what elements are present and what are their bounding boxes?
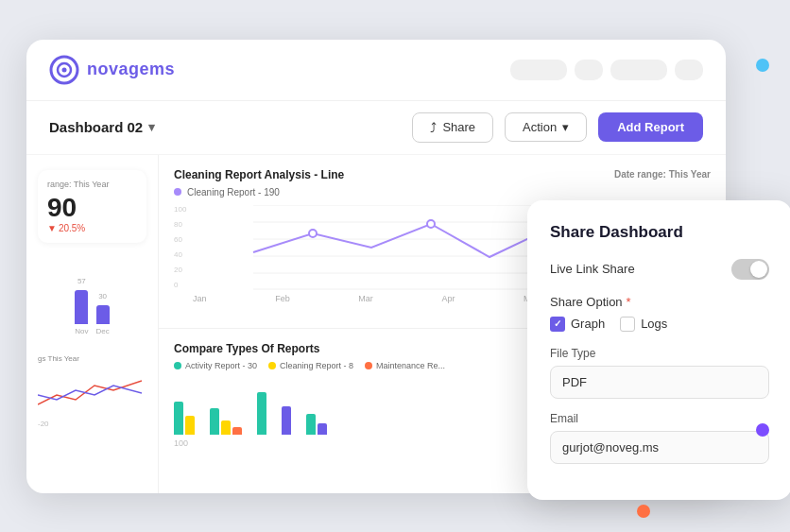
bar-nov (75, 290, 88, 324)
stat-change-value: 20.5% (59, 223, 85, 233)
add-report-button[interactable]: Add Report (598, 112, 703, 142)
live-link-label: Live Link Share (550, 262, 635, 276)
stat-number: 90 (47, 193, 137, 223)
bar-value-dec: 30 (98, 292, 107, 300)
logs-checkbox-item[interactable]: Logs (620, 317, 667, 332)
bar-group-dec: 30 Dec (96, 292, 110, 335)
bar-group-5 (306, 414, 327, 435)
share-option-label: Share Option (550, 295, 623, 309)
mini-chart-value: -20 (38, 420, 146, 428)
legend-dot-maintenance (365, 362, 372, 369)
line-chart-title: Cleaning Report Analysis - Line (174, 168, 344, 181)
bar-group-nov: 57 Nov (75, 277, 88, 335)
required-star: * (627, 295, 631, 309)
file-type-label: File Type (550, 347, 769, 360)
header-pill-3 (610, 60, 667, 80)
add-report-label: Add Report (617, 120, 684, 134)
toolbar: Dashboard 02 ▾ ⤴ Share Action ▾ Add Repo… (26, 101, 726, 155)
logo-icon (49, 55, 79, 85)
stat-card: range: This Year 90 ▼ 20.5% (38, 170, 146, 243)
live-link-toggle[interactable] (731, 259, 769, 280)
bar-value-nov: 57 (77, 277, 86, 285)
date-range: Date range: This Year (614, 169, 711, 180)
line-chart-legend: Cleaning Report - 190 (174, 187, 711, 197)
bar-label-nov: Nov (75, 327, 88, 335)
legend-dot-activity (174, 362, 181, 369)
legend-dot-cleaning (268, 362, 276, 369)
toggle-knob (750, 261, 767, 278)
line-legend-dot (174, 188, 181, 196)
legend-maintenance: Maintenance Re... (365, 361, 445, 370)
bar-label-dec: Dec (96, 327, 110, 335)
stat-change: ▼ 20.5% (47, 223, 137, 233)
logs-label: Logs (641, 317, 667, 331)
email-section: Email (550, 412, 769, 477)
dot-blue-decoration (756, 59, 769, 72)
dashboard-title-area: Dashboard 02 ▾ (49, 119, 401, 135)
line-legend-label: Cleaning Report - 190 (187, 187, 280, 197)
chevron-down-icon[interactable]: ▾ (148, 120, 155, 134)
line-chart-title-row: Cleaning Report Analysis - Line Date ran… (174, 168, 711, 181)
down-arrow-icon: ▼ (47, 223, 57, 233)
outer-wrapper: novagems Dashboard 02 ▾ ⤴ Share Action ▾ (26, 21, 764, 512)
action-button-label: Action (523, 120, 557, 134)
y-axis: 100 80 60 40 20 0 (174, 205, 193, 290)
stat-range-label: range: This Year (47, 180, 137, 189)
dot-purple-decoration (756, 423, 769, 437)
legend-activity: Activity Report - 30 (174, 361, 257, 370)
graph-checkbox-item[interactable]: ✓ Graph (550, 317, 605, 332)
header-pills (510, 60, 703, 80)
bar-group-1 (174, 402, 195, 435)
checkmark-icon: ✓ (554, 318, 561, 329)
graph-checkbox[interactable]: ✓ (550, 317, 565, 332)
svg-point-2 (62, 67, 67, 72)
header-pill-1 (510, 60, 567, 80)
dashboard-title-text: Dashboard 02 (49, 119, 143, 135)
header: novagems (26, 40, 726, 101)
action-button[interactable]: Action ▾ (505, 112, 587, 142)
header-pill-2 (575, 60, 603, 80)
share-button[interactable]: ⤴ Share (412, 112, 493, 143)
mini-line-chart: gs This Year -20 (38, 354, 146, 428)
bar-group-2 (210, 408, 242, 435)
share-button-label: Share (442, 120, 475, 134)
bar-group-3 (257, 392, 266, 435)
stat-bars-area: 57 Nov 30 Dec (38, 277, 146, 335)
logo-area: novagems (49, 55, 499, 85)
share-dialog-title: Share Dashboard (550, 223, 769, 242)
share-option-section: Share Option * ✓ Graph Logs (550, 295, 769, 332)
svg-point-9 (309, 230, 317, 237)
compare-title-text: Compare Types Of Reports (174, 342, 319, 355)
bar-dec (96, 305, 110, 324)
app-name: novagems (87, 60, 175, 79)
checkbox-group: ✓ Graph Logs (550, 317, 769, 332)
graph-label: Graph (571, 317, 605, 331)
mini-chart-label: gs This Year (38, 354, 146, 363)
dot-orange-decoration (637, 505, 650, 518)
file-type-input[interactable] (550, 366, 769, 399)
email-label: Email (550, 412, 769, 425)
share-icon: ⤴ (430, 120, 437, 135)
share-dashboard-dialog: Share Dashboard Live Link Share Share Op… (527, 200, 790, 500)
file-type-section: File Type (550, 347, 769, 412)
bar-group-4 (282, 406, 291, 435)
header-pill-4 (675, 60, 703, 80)
mini-line-svg (38, 367, 142, 414)
action-chevron-icon: ▾ (562, 120, 569, 134)
share-option-label-row: Share Option * (550, 295, 769, 309)
logs-checkbox[interactable] (620, 317, 635, 332)
left-panel: range: This Year 90 ▼ 20.5% 57 Nov 30 (26, 155, 159, 493)
svg-point-10 (427, 220, 435, 228)
live-link-row: Live Link Share (550, 259, 769, 280)
email-input[interactable] (550, 431, 769, 464)
legend-cleaning: Cleaning Report - 8 (268, 361, 353, 370)
